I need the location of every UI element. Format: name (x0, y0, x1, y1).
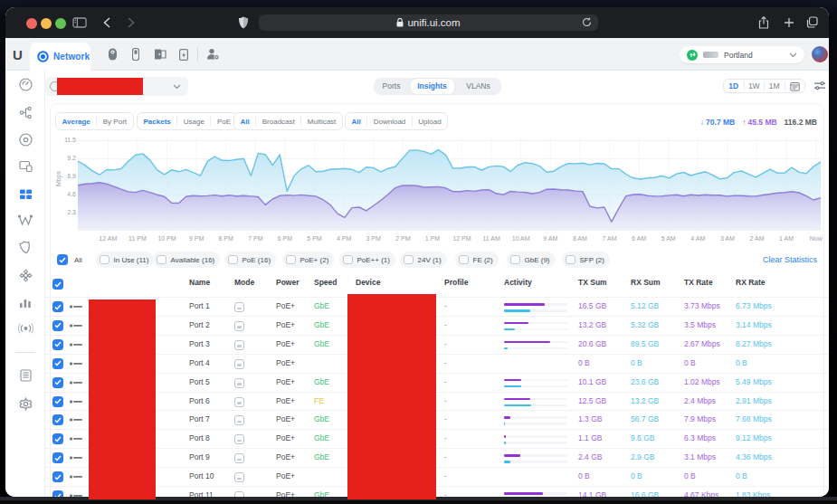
filter-pill-poe-1[interactable]: PoE++ (1) (339, 252, 395, 268)
checkbox-unchecked-icon[interactable] (343, 255, 353, 265)
row-checkbox[interactable] (52, 433, 63, 444)
row-checkbox[interactable] (52, 339, 63, 350)
chart-filter-by-port[interactable]: By Port (97, 118, 132, 126)
checkbox-unchecked-icon[interactable] (459, 255, 469, 265)
table-row[interactable]: Port 2PoE+GbE-13.2 GB5.32 GB3.5 Mbps3.14… (45, 316, 829, 335)
select-all-checkbox[interactable] (52, 279, 63, 290)
table-row[interactable]: Port 4PoE+-0 B0 B0 B0 B (45, 354, 829, 373)
column-header-rx-rate[interactable]: RX Rate (736, 278, 766, 287)
table-row[interactable]: Port 5PoE+GbE-10.1 GB23.6 GB1.02 Mbps5.4… (45, 373, 829, 392)
sidebar-item-statistics[interactable] (14, 290, 37, 314)
filter-sliders-icon[interactable] (813, 80, 826, 92)
row-checkbox[interactable] (52, 320, 63, 331)
checkbox-unchecked-icon[interactable] (404, 255, 414, 265)
row-checkbox[interactable] (52, 471, 63, 482)
chart-filter-broadcast[interactable]: Broadcast (256, 118, 300, 126)
zoom-button[interactable] (55, 18, 66, 29)
row-checkbox[interactable] (52, 301, 63, 312)
sidebar-item-radios[interactable] (14, 208, 37, 232)
table-row[interactable]: Port 6PoE+FE-12.5 GB13.2 GB2.4 Mbps2.91 … (45, 392, 829, 411)
sidebar-item-sd-wan[interactable] (14, 263, 37, 287)
reload-icon[interactable] (582, 17, 592, 27)
chart-filter-multicast[interactable]: Multicast (301, 118, 342, 126)
column-header-device[interactable]: Device (356, 278, 380, 287)
filter-pill-poe-16[interactable]: PoE (16) (224, 252, 276, 268)
user-avatar[interactable] (812, 46, 828, 62)
table-row[interactable]: Port 11PoE+GbE-14.1 GB16.6 GB4.67 Kbps1.… (45, 486, 829, 497)
column-header-mode[interactable]: Mode (234, 278, 254, 287)
column-header-name[interactable]: Name (189, 278, 210, 287)
filter-pill-available-16[interactable]: Available (16) (153, 252, 220, 268)
column-header-speed[interactable]: Speed (314, 278, 338, 287)
row-checkbox[interactable] (52, 358, 63, 369)
table-row[interactable]: Port 3PoE+GbE-20.6 GB89.5 GB2.67 Mbps8.2… (45, 335, 829, 354)
console-selector[interactable]: Portland (680, 46, 804, 63)
table-row[interactable]: Port 9PoE+GbE-2.4 GB2.9 GB3.1 Mbps4.36 M… (45, 448, 829, 467)
chart-filter-average[interactable]: Average (56, 118, 96, 126)
protect-app-icon[interactable] (108, 38, 118, 71)
share-icon[interactable] (758, 16, 769, 29)
row-checkbox[interactable] (52, 452, 63, 463)
tab-overview-icon[interactable] (806, 16, 818, 28)
filter-pill-gbe-9[interactable]: GbE (9) (507, 252, 556, 268)
sidebar-item-hotspot[interactable] (14, 317, 37, 340)
filter-all[interactable]: All (57, 252, 82, 268)
checkbox-unchecked-icon[interactable] (157, 255, 166, 265)
chart-filter-all[interactable]: All (346, 118, 366, 126)
minimize-button[interactable] (41, 18, 52, 29)
filter-pill-in-use-11[interactable]: In Use (11) (96, 252, 154, 268)
new-tab-icon[interactable] (784, 17, 794, 28)
sidebar-item-security[interactable] (14, 235, 37, 259)
range-1w[interactable]: 1W (745, 81, 765, 90)
range-1d[interactable]: 1D (724, 81, 744, 90)
chart-filter-packets[interactable]: Packets (138, 118, 176, 126)
row-checkbox[interactable] (52, 377, 63, 388)
talk-app-icon[interactable] (132, 38, 139, 71)
privacy-shield-icon[interactable] (238, 16, 249, 29)
sidebar-toggle-icon[interactable] (72, 17, 87, 28)
back-icon[interactable] (102, 17, 111, 28)
column-header-activity[interactable]: Activity (504, 278, 532, 287)
column-header-rx-sum[interactable]: RX Sum (631, 278, 661, 287)
checkbox-unchecked-icon[interactable] (510, 255, 520, 265)
address-bar[interactable]: unifi.ui.com (259, 14, 598, 31)
sidebar-item-unifi-devices[interactable] (14, 128, 37, 151)
filter-pill-poe-2[interactable]: PoE+ (2) (282, 252, 334, 268)
checkbox-unchecked-icon[interactable] (566, 255, 575, 265)
chart-filter-usage[interactable]: Usage (177, 118, 210, 126)
table-row[interactable]: Port 8PoE+GbE-1.1 GB9.6 GB6.3 Mbps9.12 M… (45, 429, 829, 448)
clear-statistics-link[interactable]: Clear Statistics (763, 255, 817, 264)
sidebar-item-dashboard[interactable] (14, 72, 37, 96)
column-header-profile[interactable]: Profile (444, 278, 468, 287)
sidebar-item-settings[interactable] (14, 392, 37, 415)
column-header-tx-rate[interactable]: TX Rate (684, 278, 713, 287)
row-checkbox[interactable] (52, 490, 63, 497)
sidebar-item-port-insights[interactable] (14, 182, 37, 205)
column-header-power[interactable]: Power (276, 278, 300, 287)
tab-network[interactable]: Network (30, 43, 90, 71)
chart-filter-upload[interactable]: Upload (413, 118, 447, 126)
view-tab-vlans[interactable]: VLANs (455, 79, 501, 94)
table-row[interactable]: Port 10PoE+-0 B0 B0 B0 B (45, 467, 829, 486)
range-1m[interactable]: 1M (765, 81, 785, 90)
close-button[interactable] (26, 18, 37, 29)
checkbox-unchecked-icon[interactable] (100, 255, 109, 265)
table-row[interactable]: Port 1PoE+GbE-16.5 GB5.12 GB3.73 Mbps6.7… (45, 297, 829, 316)
filter-pill-sfp-2[interactable]: SFP (2) (562, 252, 610, 268)
sidebar-item-client-devices[interactable] (14, 154, 37, 177)
forward-icon[interactable] (127, 17, 136, 28)
filter-pill-24v-1[interactable]: 24V (1) (400, 252, 447, 268)
checkbox-unchecked-icon[interactable] (286, 255, 296, 265)
calendar-icon[interactable] (785, 81, 805, 91)
chart-filter-all[interactable]: All (234, 118, 255, 126)
access-app-icon[interactable] (154, 38, 166, 71)
table-row[interactable]: Port 7PoE+GbE-1.3 GB56.7 GB7.9 Mbps7.68 … (45, 410, 829, 429)
row-checkbox[interactable] (52, 414, 63, 425)
sidebar-item-topology[interactable] (14, 100, 37, 124)
connect-app-icon[interactable] (179, 38, 188, 71)
row-checkbox[interactable] (52, 396, 63, 407)
view-tab-insights[interactable]: Insights (411, 79, 454, 94)
column-header-tx-sum[interactable]: TX Sum (578, 278, 607, 287)
admins-icon[interactable] (206, 38, 220, 71)
filter-pill-fe-2[interactable]: FE (2) (455, 252, 499, 268)
